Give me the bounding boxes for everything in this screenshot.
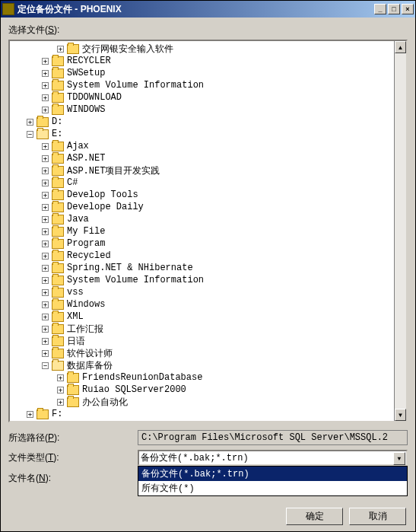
expand-icon[interactable] (42, 277, 49, 284)
expand-icon[interactable] (42, 301, 49, 308)
expand-icon[interactable] (42, 338, 49, 345)
tree-node[interactable]: WINDOWS (11, 104, 392, 116)
collapse-icon[interactable] (27, 131, 33, 138)
tree-node-label: ASP.NET项目开发实践 (67, 164, 160, 177)
tree-node[interactable]: 交行网银安全输入软件 (11, 43, 392, 55)
tree-node-label: RECYCLER (67, 56, 111, 66)
folder-icon (37, 117, 49, 127)
tree-node[interactable]: E: (11, 128, 392, 140)
expand-icon[interactable] (57, 399, 64, 406)
expand-icon[interactable] (42, 180, 49, 186)
expand-icon[interactable] (42, 350, 49, 357)
tree-node[interactable]: F: (11, 408, 392, 420)
tree-node[interactable]: My File (11, 225, 392, 237)
expand-icon[interactable] (42, 326, 49, 333)
folder-icon (52, 239, 64, 249)
tree-node[interactable]: Develope Daily (11, 201, 392, 213)
folder-icon (52, 251, 64, 261)
scroll-up-button[interactable]: ▲ (395, 41, 406, 53)
tree-node[interactable]: TDDOWNLOAD (11, 91, 392, 104)
expand-icon[interactable] (27, 119, 33, 126)
tree-node[interactable]: Recycled (11, 250, 392, 262)
expand-icon[interactable] (57, 387, 64, 393)
tree-node-label: ASP.NET (67, 153, 105, 164)
tree-node[interactable]: ASP.NET项目开发实践 (11, 164, 392, 177)
tree-node[interactable]: RECYCLER (11, 55, 392, 67)
expand-icon[interactable] (42, 70, 49, 77)
expand-icon[interactable] (57, 374, 64, 381)
tree-node[interactable]: Windows (11, 298, 392, 311)
scroll-track[interactable] (395, 53, 406, 409)
scroll-down-button[interactable]: ▼ (395, 409, 406, 421)
tree-node[interactable]: ASP.NET (11, 152, 392, 164)
expand-icon[interactable] (42, 241, 49, 247)
folder-icon (52, 154, 64, 164)
expand-icon[interactable] (57, 46, 64, 53)
expand-icon[interactable] (42, 192, 49, 199)
tree-node[interactable]: System Volume Information (11, 79, 392, 91)
tree-node[interactable]: vss (11, 286, 392, 298)
tree-node[interactable]: 数据库备份 (11, 359, 392, 371)
expand-icon[interactable] (42, 94, 49, 101)
expand-icon[interactable] (42, 289, 49, 296)
file-type-combo[interactable]: 备份文件(*.bak;*.trn) ▼ (138, 450, 408, 466)
expand-icon[interactable] (42, 167, 49, 174)
folder-icon (52, 227, 64, 237)
expand-icon[interactable] (42, 155, 49, 162)
folder-icon (52, 190, 64, 200)
expand-icon[interactable] (42, 58, 49, 65)
dropdown-option[interactable]: 所有文件(*) (138, 481, 407, 495)
file-type-label: 文件类型(T): (8, 451, 138, 464)
tree-node[interactable]: Ajax (11, 140, 392, 152)
expand-icon[interactable] (42, 314, 49, 320)
tree-node-label: 日语 (67, 335, 85, 348)
folder-icon (37, 129, 49, 139)
ok-button[interactable]: 确定 (286, 508, 343, 525)
tree-node[interactable]: System Volume Information (11, 274, 392, 286)
dropdown-option[interactable]: 备份文件(*.bak;*.trn) (138, 467, 407, 481)
tree-node[interactable]: D: (11, 116, 392, 128)
tree-node-label: SWSetup (67, 68, 105, 78)
tree-node[interactable]: Ruiao SQLServer2000 (11, 384, 392, 396)
expand-icon[interactable] (27, 411, 33, 418)
file-tree[interactable]: 交行网银安全输入软件RECYCLERSWSetupSystem Volume I… (10, 41, 394, 421)
tree-node[interactable]: 软件设计师 (11, 347, 392, 359)
selected-path-label: 所选路径(P): (8, 432, 138, 444)
tree-node[interactable]: 办公自动化 (11, 396, 392, 408)
minimize-button[interactable]: _ (374, 4, 386, 14)
tree-node-label: 工作汇报 (67, 323, 103, 336)
tree-node-label: D: (52, 116, 62, 127)
expand-icon[interactable] (42, 107, 49, 113)
tree-node[interactable]: Java (11, 213, 392, 225)
folder-icon (67, 385, 79, 395)
tree-node-label: 交行网银安全输入软件 (82, 43, 173, 56)
tree-node[interactable]: 日语 (11, 335, 392, 347)
tree-node-label: My File (67, 226, 105, 237)
tree-node[interactable]: 工作汇报 (11, 323, 392, 335)
maximize-button[interactable]: □ (388, 4, 400, 14)
cancel-button[interactable]: 取消 (349, 508, 406, 525)
tree-node[interactable]: Spring.NET & NHibernate (11, 262, 392, 274)
dropdown-icon[interactable]: ▼ (393, 452, 405, 465)
tree-node[interactable]: Program (11, 237, 392, 250)
expand-icon[interactable] (42, 82, 49, 89)
tree-node-label: Java (67, 214, 89, 225)
expand-icon[interactable] (42, 265, 49, 272)
tree-node[interactable]: C# (11, 177, 392, 189)
tree-node[interactable]: XML (11, 311, 392, 323)
tree-node[interactable]: Develop Tools (11, 189, 392, 201)
expand-icon[interactable] (42, 253, 49, 260)
vertical-scrollbar[interactable]: ▲ ▼ (394, 41, 406, 421)
titlebar[interactable]: 定位备份文件 - PHOENIX _ □ × (1, 1, 415, 18)
form-area: 所选路径(P): C:\Program Files\Microsoft SQL … (8, 430, 408, 525)
folder-icon (52, 68, 64, 78)
expand-icon[interactable] (42, 143, 49, 150)
close-button[interactable]: × (402, 4, 414, 14)
tree-node[interactable]: FriendsReunionDatabase (11, 371, 392, 384)
collapse-icon[interactable] (42, 362, 49, 369)
expand-icon[interactable] (42, 216, 49, 223)
expand-icon[interactable] (42, 204, 49, 211)
expand-icon[interactable] (42, 228, 49, 235)
tree-node[interactable]: SWSetup (11, 67, 392, 79)
folder-icon (52, 105, 64, 115)
